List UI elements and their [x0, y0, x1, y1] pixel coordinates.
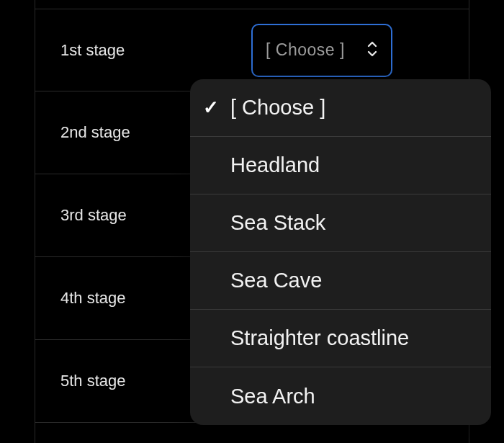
chevron-up-down-icon [366, 41, 378, 59]
stage-select-1[interactable]: [ Choose ] [251, 24, 392, 77]
check-icon: ✓ [203, 97, 219, 119]
stage-label: 4th stage [35, 289, 215, 308]
dropdown-option-choose[interactable]: ✓ [ Choose ] [190, 79, 491, 137]
page: 1st stage [ Choose ] 2nd stage 3rd stage… [0, 0, 504, 443]
stage-label: 3rd stage [35, 206, 215, 225]
stage-label: 2nd stage [35, 123, 215, 142]
option-label: Sea Arch [230, 385, 315, 408]
stage-label: 1st stage [35, 41, 215, 60]
option-label: Headland [230, 153, 320, 177]
option-label: Straighter coastline [230, 326, 409, 350]
dropdown-option-sea-arch[interactable]: Sea Arch [190, 367, 491, 425]
select-value: [ Choose ] [266, 40, 345, 60]
dropdown-option-sea-cave[interactable]: Sea Cave [190, 252, 491, 310]
dropdown-option-sea-stack[interactable]: Sea Stack [190, 194, 491, 252]
dropdown-option-straighter-coastline[interactable]: Straighter coastline [190, 310, 491, 367]
dropdown-option-headland[interactable]: Headland [190, 137, 491, 194]
option-label: [ Choose ] [230, 96, 325, 120]
option-label: Sea Cave [230, 269, 322, 292]
dropdown-menu[interactable]: ✓ [ Choose ] Headland Sea Stack Sea Cave… [190, 79, 491, 425]
stage-label: 5th stage [35, 372, 215, 390]
option-label: Sea Stack [230, 211, 325, 235]
